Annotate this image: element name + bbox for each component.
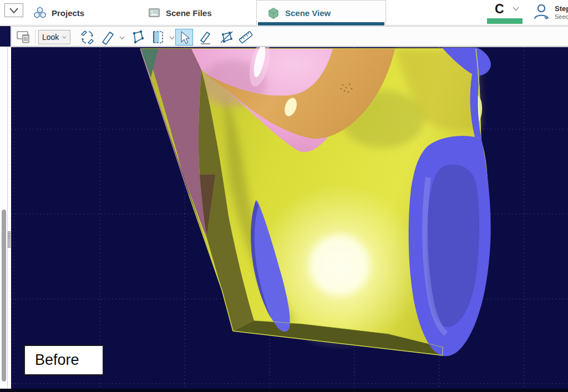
collapse-panel-button[interactable]	[4, 3, 23, 17]
box-select-icon	[151, 30, 166, 45]
box-select-dropdown-chevron[interactable]	[169, 36, 175, 40]
tab-scene-view-label: Scene View	[285, 8, 331, 18]
window-bottom-bar	[0, 389, 568, 392]
draw-slicer-polygon-button[interactable]	[128, 29, 146, 45]
chevron-down-icon	[513, 7, 519, 11]
left-panel-strip	[0, 47, 11, 389]
panel-border-line	[7, 47, 8, 389]
tab-scene-files-label: Scene Files	[166, 8, 212, 18]
look-dropdown-value: Look	[42, 33, 59, 42]
tab-projects-label: Projects	[52, 8, 84, 18]
projects-cubes-icon	[33, 7, 47, 19]
box-select-button[interactable]	[149, 29, 167, 45]
scene-3d-model[interactable]	[11, 47, 568, 389]
central-menu-button[interactable]: C	[487, 0, 523, 26]
draw-polygon-slash-icon	[219, 30, 234, 45]
scene-view-cube-icon	[267, 7, 280, 20]
tab-scene-view[interactable]: Scene View	[256, 0, 386, 26]
account-menu[interactable]: Step Seequ	[532, 3, 568, 21]
chevron-down-icon	[62, 35, 67, 39]
scene-toolbar: Look	[0, 26, 568, 47]
tab-bar: Projects Scene Files Scene View C	[0, 0, 568, 26]
account-user-name: Step	[555, 4, 568, 13]
vertical-scrollbar-thumb[interactable]	[2, 210, 6, 381]
draw-line-blade-icon	[199, 30, 214, 45]
clear-scene-icon	[16, 29, 32, 45]
draw-line-button[interactable]	[197, 29, 215, 45]
scene-mini-thumbnail	[0, 26, 11, 47]
annotation-before-label: Before	[24, 345, 104, 375]
ruler-icon	[238, 29, 253, 45]
user-icon	[532, 3, 550, 21]
draw-polygon-button[interactable]	[217, 29, 235, 45]
cycle-slicer-mode-icon	[80, 30, 95, 45]
draw-slicer-line-button[interactable]	[99, 29, 117, 45]
slicer-blade-icon	[101, 30, 116, 45]
chevron-down-icon	[9, 7, 19, 14]
toolbar-panel: Look	[11, 26, 568, 47]
toolbar-divider	[35, 30, 36, 44]
central-logo: C	[495, 2, 504, 17]
measure-button[interactable]	[237, 29, 255, 45]
scene-files-image-icon	[148, 7, 161, 19]
select-tool-button[interactable]	[175, 29, 193, 45]
active-tab-underline	[258, 22, 384, 26]
central-active-indicator	[487, 18, 523, 24]
account-org-name: Seequ	[555, 13, 568, 21]
select-arrow-icon	[177, 30, 192, 45]
panel-splitter-handle[interactable]	[8, 231, 11, 248]
cycle-slicer-mode-button[interactable]	[78, 29, 96, 45]
scene-3d-viewport[interactable]: Before	[11, 47, 568, 389]
tab-projects[interactable]: Projects	[33, 0, 84, 26]
slicer-polygon-icon	[130, 30, 145, 45]
tab-scene-files[interactable]: Scene Files	[148, 0, 212, 26]
slicer-tool-dropdown-chevron[interactable]	[119, 36, 125, 40]
clear-scene-button[interactable]	[15, 29, 33, 45]
annotation-text: Before	[35, 352, 79, 369]
look-dropdown[interactable]: Look	[38, 30, 70, 44]
